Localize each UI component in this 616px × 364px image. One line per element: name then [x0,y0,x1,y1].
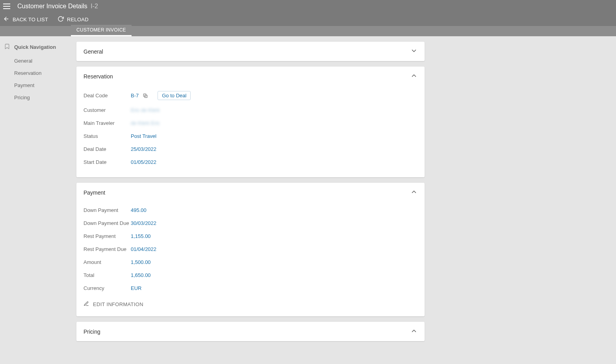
quick-navigation-sidebar: Quick Navigation General Reservation Pay… [0,36,71,347]
chevron-up-icon [410,327,417,336]
edit-information-button[interactable]: EDIT INFORMATION [83,295,417,308]
page-title-text: Customer Invoice Details [17,3,87,9]
sidebar-item-payment[interactable]: Payment [0,79,71,91]
label-deal-date: Deal Date [83,146,131,152]
page-title-suffix: I-2 [91,3,98,9]
reload-icon [58,16,64,23]
card-reservation: Reservation Deal Code B-7 Go to Deal [76,67,425,177]
back-to-list-label: BACK TO LIST [13,17,48,22]
chevron-up-icon [410,72,417,80]
chevron-up-icon [410,188,417,197]
page-title: Customer Invoice Details I-2 [17,3,98,10]
row-currency: Currency EUR [83,282,417,295]
row-deal-code: Deal Code B-7 Go to Deal [83,87,417,104]
label-currency: Currency [83,285,131,291]
label-deal-code: Deal Code [83,93,131,98]
row-customer: Customer Eric de Klerk [83,104,417,117]
value-deal-date: 25/03/2022 [131,146,156,152]
arrow-left-icon [3,16,9,23]
label-down-payment-due: Down Payment Due [83,220,131,226]
label-main-traveler: Main Traveler [83,120,131,126]
label-amount: Amount [83,259,131,265]
value-down-payment: 495.00 [131,207,147,213]
chevron-down-icon [410,47,417,56]
label-down-payment: Down Payment [83,207,131,213]
row-start-date: Start Date 01/05/2022 [83,156,417,169]
value-total: 1,650.00 [131,272,151,278]
sidebar-item-label: General [14,58,32,64]
row-deal-date: Deal Date 25/03/2022 [83,143,417,156]
reload-label: RELOAD [67,17,89,22]
back-to-list-button[interactable]: BACK TO LIST [3,16,48,23]
sidebar-item-label: Pricing [14,95,30,100]
value-start-date: 01/05/2022 [131,159,156,165]
value-currency: EUR [131,285,141,291]
sidebar-item-label: Payment [14,82,34,88]
sidebar-item-pricing[interactable]: Pricing [0,91,71,104]
label-start-date: Start Date [83,159,131,165]
pencil-icon [83,301,89,308]
card-general-header[interactable]: General [76,42,425,61]
copy-icon[interactable] [143,93,148,98]
value-status[interactable]: Post Travel [131,133,156,139]
value-main-traveler[interactable]: de Klerk Eric [131,120,160,126]
label-status: Status [83,133,131,139]
row-amount: Amount 1,500.00 [83,256,417,269]
row-main-traveler: Main Traveler de Klerk Eric [83,117,417,130]
value-customer[interactable]: Eric de Klerk [131,107,160,113]
label-total: Total [83,272,131,278]
quick-navigation-header: Quick Navigation [0,42,71,55]
card-pricing-title: Pricing [83,329,100,335]
value-rest-payment-due: 01/04/2022 [131,246,156,252]
edit-information-label: EDIT INFORMATION [93,301,143,307]
row-down-payment: Down Payment 495.00 [83,204,417,217]
sidebar-item-label: Reservation [14,70,41,76]
sidebar-item-reservation[interactable]: Reservation [0,67,71,79]
label-customer: Customer [83,107,131,113]
hamburger-menu-icon[interactable] [3,2,13,11]
row-total: Total 1,650.00 [83,269,417,282]
card-payment-header[interactable]: Payment [76,183,425,202]
card-pricing: Pricing [76,322,425,341]
row-status: Status Post Travel [83,130,417,143]
value-rest-payment: 1,155.00 [131,233,151,239]
row-rest-payment: Rest Payment 1,155.00 [83,230,417,243]
tab-customer-invoice-label: CUSTOMER INVOICE [76,27,126,33]
card-pricing-header[interactable]: Pricing [76,322,425,341]
card-payment: Payment Down Payment 495.00 Down Payment… [76,183,425,316]
go-to-deal-button[interactable]: Go to Deal [158,91,191,100]
value-amount: 1,500.00 [131,259,151,265]
quick-navigation-label: Quick Navigation [14,44,56,50]
sidebar-item-general[interactable]: General [0,55,71,67]
go-to-deal-label: Go to Deal [162,93,186,98]
card-reservation-header[interactable]: Reservation [76,67,425,86]
row-down-payment-due: Down Payment Due 30/03/2022 [83,217,417,230]
row-rest-payment-due: Rest Payment Due 01/04/2022 [83,243,417,256]
card-general-title: General [83,48,103,55]
card-reservation-title: Reservation [83,73,113,80]
value-down-payment-due: 30/03/2022 [131,220,156,226]
value-deal-code[interactable]: B-7 [131,93,139,98]
label-rest-payment-due: Rest Payment Due [83,246,131,252]
card-general: General [76,42,425,61]
tab-customer-invoice[interactable]: CUSTOMER INVOICE [71,25,132,36]
bookmark-icon [4,43,10,51]
card-payment-title: Payment [83,189,105,196]
label-rest-payment: Rest Payment [83,233,131,239]
reload-button[interactable]: RELOAD [58,16,89,23]
